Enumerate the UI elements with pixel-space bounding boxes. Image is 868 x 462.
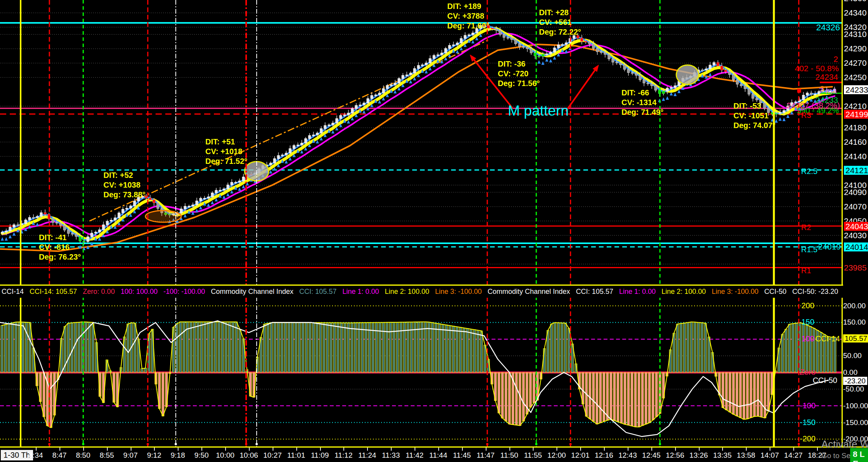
time-tick xyxy=(817,448,818,451)
time-tick xyxy=(462,448,463,451)
time-label: 8:55 xyxy=(100,451,114,460)
time-tick xyxy=(604,448,605,451)
cci-axis-label: -23.20 xyxy=(843,377,867,385)
time-label: 11:45 xyxy=(453,451,471,460)
time-tick xyxy=(391,448,392,451)
cci-header-item: Commodity Channel Index xyxy=(488,288,570,296)
price-axis-label: 24270 xyxy=(844,59,866,67)
time-tick xyxy=(415,448,415,451)
price-axis-label: 24320 xyxy=(844,23,866,31)
time-label: 8:34 xyxy=(29,451,43,460)
cci-header-item: CCI-50 xyxy=(764,288,786,296)
blue-fast-ma-line xyxy=(2,26,835,240)
time-tick xyxy=(533,448,534,451)
cci-header-item: CCI-50: -23.20 xyxy=(792,288,838,296)
cci-axis-label: 105.57 xyxy=(843,334,868,343)
m-pattern-arrow xyxy=(566,70,595,111)
price-axis-label: 24310 xyxy=(844,30,866,38)
time-axis[interactable]: 1-30 Th 8:348:478:508:559:079:129:189:50… xyxy=(0,446,868,462)
cci-axis-label: 200.00 xyxy=(843,302,866,309)
cci-indicator-panel[interactable] xyxy=(0,297,842,446)
time-label: 9:18 xyxy=(171,451,185,460)
cci-header-item: Line 3: -100.00 xyxy=(435,288,482,296)
price-axis-label: 24030 xyxy=(844,231,866,239)
time-label: 11:47 xyxy=(477,451,495,460)
time-tick xyxy=(793,448,794,451)
price-axis-label: 24014 xyxy=(844,242,868,251)
price-axis-border xyxy=(842,0,843,447)
cci-header-item: Zero: 0.00 xyxy=(83,288,115,296)
time-label: 14:07 xyxy=(760,451,779,460)
time-label: 9:50 xyxy=(194,451,209,460)
time-tick xyxy=(651,448,652,451)
session-date-badge: 1-30 Th xyxy=(1,450,33,460)
time-tick xyxy=(201,448,202,451)
highlight-ellipse xyxy=(676,65,699,84)
time-tick xyxy=(580,448,581,451)
price-axis-label: 24233 xyxy=(844,85,868,94)
time-label: 11:01 xyxy=(287,451,305,460)
time-tick xyxy=(509,448,510,451)
time-tick xyxy=(320,448,321,451)
time-tick xyxy=(343,448,344,451)
time-label: 12:00 xyxy=(548,451,566,460)
cci-axis-label: 50.00 xyxy=(843,352,862,359)
time-tick xyxy=(107,448,108,451)
time-label: 11:09 xyxy=(311,451,329,460)
time-label: 10:06 xyxy=(240,451,258,460)
cci-axis-label: 150.00 xyxy=(843,318,866,326)
price-axis-label: 24070 xyxy=(844,202,866,211)
cci-header-item: CCI-14: 105.57 xyxy=(30,288,77,296)
time-label: 12:43 xyxy=(618,451,637,460)
price-axis-label: 24140 xyxy=(844,152,866,160)
time-label: 13:35 xyxy=(713,451,732,460)
time-tick xyxy=(225,448,226,451)
red-marker-square xyxy=(797,89,801,93)
time-label: 12:16 xyxy=(595,451,613,460)
time-label: 11:44 xyxy=(429,451,447,460)
cci-header-item: CCI: 105.57 xyxy=(576,288,613,296)
time-tick xyxy=(249,448,250,451)
price-axis-label: 24043 xyxy=(844,222,868,231)
candlestick-series xyxy=(1,22,836,250)
moving-averages xyxy=(2,26,835,240)
time-tick xyxy=(770,448,770,451)
time-tick xyxy=(746,448,747,451)
time-label: 10:27 xyxy=(263,451,282,460)
time-tick xyxy=(178,448,178,451)
time-tick xyxy=(36,448,37,451)
price-axis-label: 24199 xyxy=(844,110,868,119)
m-pattern-annotation: M pattern xyxy=(508,103,569,119)
time-label: 8:47 xyxy=(52,451,66,460)
cci-header-item: CCI: 105.57 xyxy=(299,288,336,296)
price-axis-label: 24340 xyxy=(844,9,866,17)
cci-axis-label: -50.00 xyxy=(843,385,864,393)
time-tick xyxy=(699,448,700,451)
time-label: 13:58 xyxy=(737,451,756,460)
time-label: 8:50 xyxy=(76,451,90,460)
time-tick xyxy=(675,448,676,451)
time-tick xyxy=(556,448,557,451)
cci-header-item: 100: 100.00 xyxy=(121,288,158,296)
cci-header-strip: CCI-14CCI-14: 105.57Zero: 0.00100: 100.0… xyxy=(0,285,843,298)
price-axis-label: 23985 xyxy=(844,263,866,272)
trading-chart-window: CCI-14CCI-14: 105.57Zero: 0.00100: 100.0… xyxy=(0,0,868,462)
cci-axis-label: -150.00 xyxy=(843,419,868,426)
cci-header-item: Commodity Channel Index xyxy=(211,288,293,296)
cci-header-item: CCI-14 xyxy=(2,288,24,296)
time-tick xyxy=(60,448,60,451)
cci-header-item: Line 2: 100.00 xyxy=(385,288,429,296)
time-label: 11:42 xyxy=(406,451,424,460)
time-label: 11:55 xyxy=(524,451,542,460)
price-axis-label: 24090 xyxy=(844,188,866,196)
price-panel[interactable] xyxy=(0,0,842,285)
cci-header-item: -100: -100.00 xyxy=(163,288,205,296)
time-label: 13:26 xyxy=(690,451,708,460)
price-axis-label: 24290 xyxy=(844,44,866,53)
time-label: 11:50 xyxy=(500,451,518,460)
time-tick xyxy=(83,448,84,451)
time-label: 10:00 xyxy=(216,451,234,460)
time-tick xyxy=(154,448,155,451)
time-label: 11:12 xyxy=(334,451,352,460)
yellow-trend-line xyxy=(2,28,835,239)
